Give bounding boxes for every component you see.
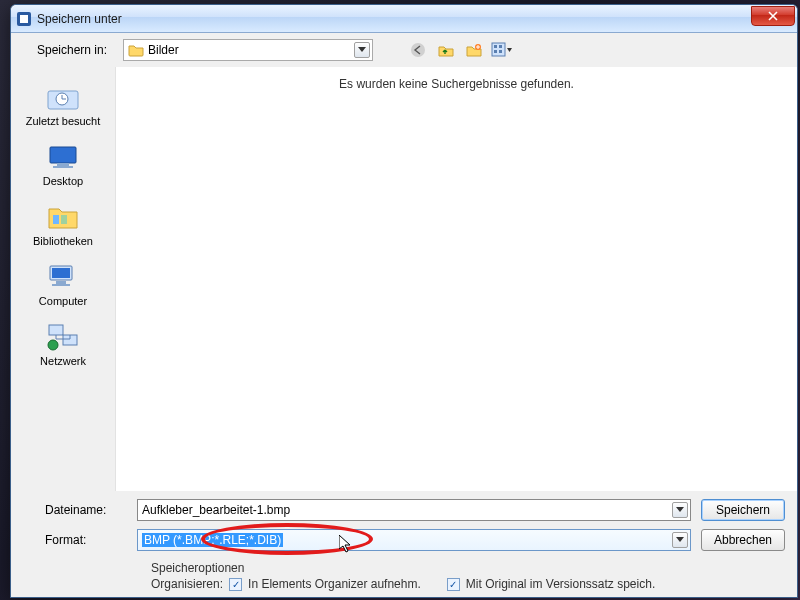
- save-as-dialog: Speichern unter Speichern in: Bilder: [10, 4, 798, 598]
- filename-value: Aufkleber_bearbeitet-1.bmp: [142, 503, 290, 517]
- svg-point-22: [48, 340, 58, 350]
- svg-rect-7: [499, 45, 502, 48]
- save-button[interactable]: Speichern: [701, 499, 785, 521]
- svg-rect-5: [494, 45, 497, 48]
- nav-icons: [405, 39, 515, 61]
- view-menu-icon: [491, 41, 513, 59]
- filename-row: Dateiname: Aufkleber_bearbeitet-1.bmp Sp…: [23, 499, 785, 521]
- save-button-label: Speichern: [716, 503, 770, 517]
- svg-point-2: [411, 43, 425, 57]
- recent-icon: [45, 81, 81, 113]
- window-title: Speichern unter: [37, 12, 751, 26]
- libraries-icon: [45, 201, 81, 233]
- place-computer[interactable]: Computer: [18, 255, 108, 313]
- new-folder-button[interactable]: [461, 39, 487, 61]
- svg-rect-6: [494, 50, 497, 53]
- opt1-checkbox[interactable]: [229, 578, 242, 591]
- filename-label: Dateiname:: [23, 503, 127, 517]
- svg-rect-17: [52, 268, 70, 278]
- lookin-combo[interactable]: Bilder: [123, 39, 373, 61]
- chevron-down-icon: [354, 42, 370, 58]
- opt2-label: Mit Original im Versionssatz speich.: [466, 577, 655, 591]
- opt1-label: In Elements Organizer aufnehm.: [248, 577, 421, 591]
- svg-rect-15: [61, 215, 67, 224]
- close-icon: [768, 11, 778, 21]
- app-icon: [17, 12, 31, 26]
- svg-rect-18: [56, 281, 66, 284]
- lookin-toolbar: Speichern in: Bilder: [11, 33, 797, 67]
- chevron-down-icon[interactable]: [672, 502, 688, 518]
- chevron-down-icon[interactable]: [672, 532, 688, 548]
- place-label: Desktop: [20, 175, 106, 187]
- svg-rect-19: [52, 284, 70, 286]
- svg-rect-20: [49, 325, 63, 335]
- place-desktop[interactable]: Desktop: [18, 135, 108, 193]
- computer-icon: [45, 261, 81, 293]
- lookin-value: Bilder: [148, 43, 179, 57]
- svg-rect-8: [499, 50, 502, 53]
- back-icon: [409, 41, 427, 59]
- place-network[interactable]: Netzwerk: [18, 315, 108, 373]
- save-options: Speicheroptionen Organisieren: In Elemen…: [23, 559, 785, 593]
- up-folder-icon: [437, 41, 455, 59]
- format-row: Format: BMP (*.BMP;*.RLE;*.DIB) Abbreche…: [23, 529, 785, 551]
- dialog-bottom: Dateiname: Aufkleber_bearbeitet-1.bmp Sp…: [11, 491, 797, 597]
- new-folder-icon: [465, 41, 483, 59]
- svg-rect-1: [20, 15, 28, 23]
- place-label: Bibliotheken: [20, 235, 106, 247]
- svg-rect-11: [50, 147, 76, 163]
- svg-rect-4: [492, 43, 505, 56]
- dialog-body: Zuletzt besucht Desktop Bibliotheken Com…: [11, 67, 797, 491]
- options-title: Speicheroptionen: [151, 561, 785, 575]
- place-recent[interactable]: Zuletzt besucht: [18, 75, 108, 133]
- file-list-pane[interactable]: Es wurden keine Suchergebnisse gefunden.: [115, 67, 797, 491]
- back-button[interactable]: [405, 39, 431, 61]
- svg-rect-13: [53, 166, 73, 168]
- place-label: Netzwerk: [20, 355, 106, 367]
- places-bar: Zuletzt besucht Desktop Bibliotheken Com…: [11, 67, 115, 491]
- svg-rect-12: [57, 163, 69, 166]
- folder-icon: [128, 42, 144, 58]
- svg-rect-14: [53, 215, 59, 224]
- no-results-text: Es wurden keine Suchergebnisse gefunden.: [116, 77, 797, 91]
- cancel-button-label: Abbrechen: [714, 533, 772, 547]
- view-menu-button[interactable]: [489, 39, 515, 61]
- up-one-level-button[interactable]: [433, 39, 459, 61]
- opt2-checkbox[interactable]: [447, 578, 460, 591]
- place-label: Computer: [20, 295, 106, 307]
- lookin-label: Speichern in:: [27, 43, 107, 57]
- titlebar: Speichern unter: [11, 5, 797, 33]
- desktop-icon: [45, 141, 81, 173]
- place-libraries[interactable]: Bibliotheken: [18, 195, 108, 253]
- place-label: Zuletzt besucht: [20, 115, 106, 127]
- filename-input[interactable]: Aufkleber_bearbeitet-1.bmp: [137, 499, 691, 521]
- format-label: Format:: [23, 533, 127, 547]
- network-icon: [45, 321, 81, 353]
- format-value: BMP (*.BMP;*.RLE;*.DIB): [142, 533, 283, 547]
- organize-label: Organisieren:: [151, 577, 223, 591]
- close-button[interactable]: [751, 6, 795, 26]
- cancel-button[interactable]: Abbrechen: [701, 529, 785, 551]
- format-select[interactable]: BMP (*.BMP;*.RLE;*.DIB): [137, 529, 691, 551]
